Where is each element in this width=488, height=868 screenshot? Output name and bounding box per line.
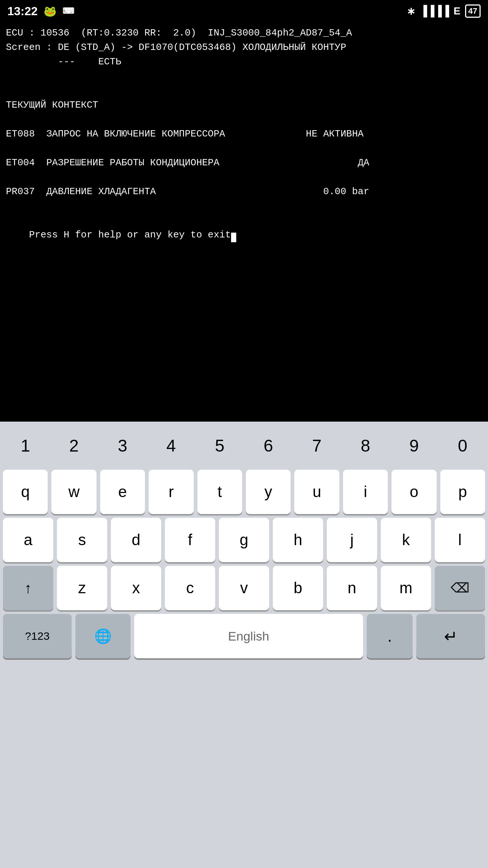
key-m[interactable]: m [381,566,431,610]
key-9[interactable]: 9 [392,425,436,466]
globe-key[interactable]: 🌐 [75,614,131,658]
key-z[interactable]: z [57,566,107,610]
key-a[interactable]: a [3,518,53,562]
terminal-line-3: --- ЕСТЬ [6,55,482,69]
key-w[interactable]: w [51,470,96,514]
network-label: E [454,5,461,17]
terminal-line-13 [6,199,482,213]
key-4[interactable]: 4 [149,425,193,466]
status-left: 13:22 🐸 ⌨ [7,4,74,18]
battery-level: 47 [468,6,477,16]
key-6[interactable]: 6 [246,425,291,466]
key-k[interactable]: k [381,518,431,562]
key-r[interactable]: r [149,470,193,514]
terminal-line-8: ET088 ЗАПРОС НА ВКЛЮЧЕНИЕ КОМПРЕССОРА НЕ… [6,127,482,141]
row-qwerty: q w e r t y u i o p [0,470,488,514]
key-i[interactable]: i [343,470,388,514]
status-bar: 13:22 🐸 ⌨ ∗ ▐▐▐▐ E 47 [0,0,488,22]
key-o[interactable]: o [392,470,436,514]
terminal-line-5 [6,84,482,98]
return-key[interactable]: ↵ [416,614,485,658]
key-e[interactable]: e [100,470,145,514]
terminal-line-7 [6,112,482,127]
terminal-line-1: ECU : 10536 (RT:0.3230 RR: 2.0) INJ_S300… [6,26,482,40]
key-y[interactable]: y [246,470,291,514]
terminal-line-14: Press H for help or any key to exit [6,213,482,257]
terminal-line-6: ТЕКУЩИЙ КОНТЕКСТ [6,98,482,112]
key-c[interactable]: c [165,566,215,610]
key-p[interactable]: p [440,470,485,514]
space-key[interactable]: English [134,614,363,658]
keyboard-icon: ⌨ [62,6,74,16]
battery-indicator: 47 [465,4,481,18]
key-8[interactable]: 8 [343,425,388,466]
row-asdf: a s d f g h j k l [0,518,488,562]
key-h[interactable]: h [273,518,323,562]
key-l[interactable]: l [435,518,485,562]
key-5[interactable]: 5 [197,425,242,466]
key-b[interactable]: b [273,566,323,610]
frog-icon: 🐸 [44,5,57,17]
terminal-line-4 [6,69,482,84]
key-s[interactable]: s [57,518,107,562]
key-g[interactable]: g [219,518,269,562]
terminal-line-9 [6,141,482,156]
terminal-line-12: PR037 ДАВЛЕНИЕ ХЛАДАГЕНТА 0.00 bar [6,185,482,199]
key-d[interactable]: d [111,518,161,562]
backspace-key[interactable]: ⌫ [435,566,485,610]
cursor [231,233,236,242]
key-7[interactable]: 7 [294,425,339,466]
signal-icon: ▐▐▐▐ [420,5,449,17]
press-h-text: Press H for help or any key to exit [29,229,231,240]
key-0[interactable]: 0 [440,425,485,466]
key-t[interactable]: t [197,470,242,514]
key-j[interactable]: j [327,518,377,562]
terminal-line-10: ET004 РАЗРЕШЕНИЕ РАБОТЫ КОНДИЦИОНЕРА ДА [6,156,482,170]
key-2[interactable]: 2 [51,425,96,466]
bottom-row: ?123 🌐 English . ↵ [0,614,488,658]
period-key[interactable]: . [367,614,413,658]
terminal-screen[interactable]: ECU : 10536 (RT:0.3230 RR: 2.0) INJ_S300… [0,22,488,422]
q123-key[interactable]: ?123 [3,614,72,658]
key-q[interactable]: q [3,470,48,514]
keyboard: 1 2 3 4 5 6 7 8 9 0 q w e r t y u i o p … [0,422,488,868]
key-u[interactable]: u [294,470,339,514]
terminal-line-11 [6,170,482,185]
terminal-line-2: Screen : DE (STD_A) -> DF1070(DTC053468)… [6,40,482,55]
row-zxcv: ↑ z x c v b n m ⌫ [0,566,488,610]
key-n[interactable]: n [327,566,377,610]
key-v[interactable]: v [219,566,269,610]
key-3[interactable]: 3 [100,425,145,466]
key-f[interactable]: f [165,518,215,562]
status-time: 13:22 [7,4,38,18]
bluetooth-icon: ∗ [407,5,415,17]
status-right: ∗ ▐▐▐▐ E 47 [407,4,481,18]
number-row: 1 2 3 4 5 6 7 8 9 0 [0,425,488,466]
key-x[interactable]: x [111,566,161,610]
shift-key[interactable]: ↑ [3,566,53,610]
key-1[interactable]: 1 [3,425,48,466]
